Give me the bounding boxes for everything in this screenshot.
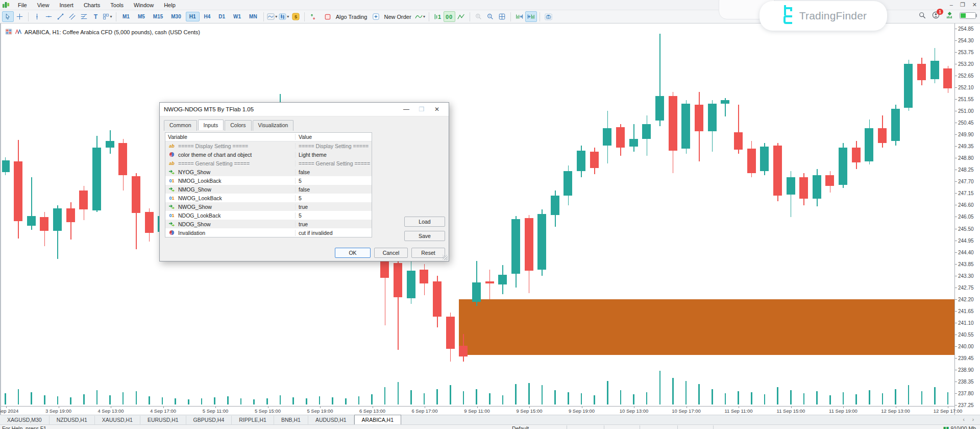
timeframe-mn[interactable]: MN	[246, 12, 261, 21]
param-row[interactable]: NWOG_Showtrue	[165, 202, 372, 211]
dialog-tab-colors[interactable]: Colors	[225, 120, 251, 131]
ok-button[interactable]: OK	[335, 248, 371, 258]
chart-tab-xagusd-m30[interactable]: XAGUSD,M30	[0, 416, 50, 424]
notifications-icon[interactable]: 1	[932, 11, 940, 21]
screenshot-button[interactable]	[543, 11, 554, 22]
menu-item-file[interactable]: File	[13, 1, 32, 9]
zoom-out-button[interactable]	[484, 11, 496, 22]
crosshair-tool-button[interactable]	[14, 11, 26, 22]
param-row[interactable]: 01NWOG_LookBack5	[165, 194, 372, 202]
new-order-icon[interactable]	[370, 11, 382, 22]
bar-step-button[interactable]: 1	[432, 11, 444, 22]
timeframe-m1[interactable]: M1	[119, 12, 133, 21]
window-minimize-button[interactable]: –	[950, 1, 953, 9]
algo-trading-icon[interactable]	[322, 11, 334, 22]
dialog-tab-visualization[interactable]: Visualization	[253, 120, 294, 131]
bid-ask-lines-button[interactable]: 00	[444, 11, 455, 22]
timeframe-m15[interactable]: M15	[150, 12, 166, 21]
menu-item-help[interactable]: Help	[159, 1, 181, 9]
param-row[interactable]: ab===== General Setting ========== Gener…	[165, 159, 372, 168]
trade-levels-button[interactable]	[307, 11, 319, 22]
param-row[interactable]: Invalidationcut if invalided	[165, 228, 372, 237]
param-value[interactable]: 5	[295, 178, 372, 184]
param-row[interactable]: color theme of chart and objectLight the…	[165, 150, 372, 159]
menu-item-window[interactable]: Window	[129, 1, 159, 9]
timeframe-m30[interactable]: M30	[167, 12, 184, 21]
menu-item-tools[interactable]: Tools	[105, 1, 129, 9]
candle-chart-type-button[interactable]: ▾	[278, 11, 290, 22]
chart-shift-button[interactable]	[525, 11, 537, 22]
chart-tab-gbpusd-h4[interactable]: GBPUSD,H4	[186, 416, 232, 424]
chart-tab-ripple-h1[interactable]: RIPPLE,H1	[232, 416, 274, 424]
chart-tab-eurusd-h1[interactable]: EURUSD,H1	[140, 416, 186, 424]
dialog-close-button[interactable]: ✕	[429, 106, 445, 113]
param-row[interactable]: NDOG_Showtrue	[165, 220, 372, 228]
channel-tool-button[interactable]	[66, 11, 78, 22]
param-value[interactable]: false	[295, 186, 372, 193]
line-chart-type-button[interactable]: ▾	[266, 11, 278, 22]
param-value[interactable]: Light theme	[295, 152, 372, 158]
zigzag-button[interactable]	[455, 11, 467, 22]
chart-canvas[interactable]	[2, 23, 954, 406]
menu-item-insert[interactable]: Insert	[54, 1, 79, 9]
chart-tab-audusd-h1[interactable]: AUDUSD,H1	[308, 416, 354, 424]
timeframe-h4[interactable]: H4	[201, 12, 214, 21]
vertical-line-tool-button[interactable]	[31, 11, 43, 22]
save-button[interactable]: Save	[404, 231, 445, 241]
auto-scroll-button[interactable]	[513, 11, 525, 22]
param-value[interactable]: ===== General Setting =====	[295, 160, 372, 166]
window-close-button[interactable]: ✕	[972, 1, 977, 9]
menu-item-charts[interactable]: Charts	[79, 1, 105, 9]
dialog-maximize-button[interactable]: ❐	[414, 106, 429, 113]
tile-windows-button[interactable]	[496, 11, 508, 22]
load-button[interactable]: Load	[404, 217, 445, 227]
param-row[interactable]: 01NDOG_LookBack5	[165, 211, 372, 220]
dialog-tab-common[interactable]: Common	[164, 120, 197, 131]
dialog-tab-inputs[interactable]: Inputs	[198, 120, 224, 130]
time-axis[interactable]: 3 Sep 20243 Sep 19:004 Sep 13:004 Sep 17…	[1, 406, 954, 415]
timeframe-w1[interactable]: W1	[230, 12, 244, 21]
param-value[interactable]: 5	[295, 195, 372, 201]
chart-tab-nzdusd-h1[interactable]: NZDUSD,H1	[50, 416, 95, 424]
timeframe-d1[interactable]: D1	[215, 12, 229, 21]
price-axis[interactable]: 254.85254.30253.75253.20252.65252.10251.…	[954, 23, 980, 415]
depth-of-market-button[interactable]: $	[290, 11, 302, 22]
param-row[interactable]: NYOG_Showfalse	[165, 168, 372, 176]
search-icon[interactable]	[919, 12, 926, 21]
param-value[interactable]: 5	[295, 212, 372, 219]
dialog-title-bar[interactable]: NWOG-NDOG MT5 By TFlab 1.05 — ❐ ✕	[160, 103, 449, 116]
dialog-resize-grip[interactable]	[443, 255, 448, 260]
param-value[interactable]: true	[295, 221, 372, 227]
dialog-minimize-button[interactable]: —	[399, 106, 414, 113]
fibonacci-tool-button[interactable]	[78, 11, 90, 22]
algo-trading-label[interactable]: Algo Trading	[336, 14, 368, 20]
zoom-in-button[interactable]	[473, 11, 484, 22]
param-value[interactable]: false	[295, 169, 372, 175]
chart-tab-arabica-h1[interactable]: ARABICA,H1	[354, 415, 401, 424]
param-value[interactable]: ===== Display Setting =====	[295, 143, 372, 149]
cancel-button[interactable]: Cancel	[374, 248, 408, 258]
param-row[interactable]: NMOG_Showfalse	[165, 185, 372, 194]
candle-body	[106, 141, 114, 148]
param-row[interactable]: ab===== Display Setting ========== Displ…	[165, 141, 372, 150]
param-value[interactable]: cut if invalided	[295, 230, 372, 236]
cursor-tool-button[interactable]	[2, 11, 14, 22]
reset-button[interactable]: Reset	[411, 248, 445, 258]
status-profile[interactable]: Default	[512, 425, 529, 429]
param-row[interactable]: 01NMOG_LookBack5	[165, 176, 372, 185]
menu-item-view[interactable]: View	[32, 1, 55, 9]
chart-tab-bnb-h1[interactable]: BNB,H1	[274, 416, 308, 424]
community-icon[interactable]	[946, 11, 953, 21]
trendline-tool-button[interactable]	[55, 11, 66, 22]
new-order-label[interactable]: New Order	[384, 14, 411, 20]
shapes-tool-button[interactable]: ▾	[102, 11, 113, 22]
horizontal-line-tool-button[interactable]	[43, 11, 55, 22]
tab-scroll-arrows[interactable]: ‹ ›	[963, 417, 977, 422]
chart-tab-xauusd-h1[interactable]: XAUUSD,H1	[95, 416, 140, 424]
timeframe-m5[interactable]: M5	[134, 12, 149, 21]
window-restore-button[interactable]: ❐	[960, 1, 965, 9]
text-tool-button[interactable]: T	[90, 11, 102, 22]
indicators-button[interactable]: ▾	[414, 11, 426, 22]
timeframe-h1[interactable]: H1	[186, 12, 200, 21]
param-value[interactable]: true	[295, 204, 372, 210]
